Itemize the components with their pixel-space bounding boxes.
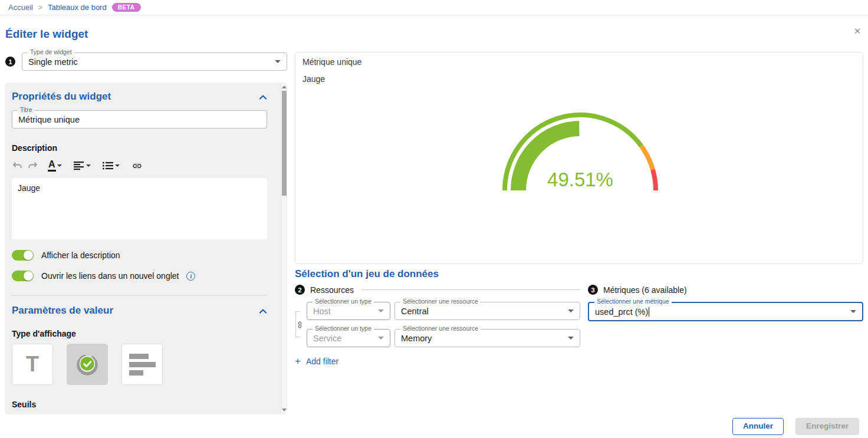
gauge-display-icon: [74, 351, 100, 377]
scrollbar[interactable]: [281, 84, 287, 413]
dialog-footer: Annuler Enregistrer: [732, 418, 859, 435]
bar-display-icon: [129, 351, 156, 378]
metric-input-value: used_prct (%): [595, 307, 648, 317]
description-label: Description: [12, 143, 267, 153]
info-icon[interactable]: i: [186, 272, 195, 281]
divider: [12, 295, 267, 296]
save-button[interactable]: Enregistrer: [795, 418, 859, 435]
link-icon[interactable]: [131, 161, 143, 171]
dataset-title: Sélection d'un jeu de données: [295, 268, 863, 280]
breadcrumb-home-link[interactable]: Accueil: [8, 3, 33, 12]
widget-type-select[interactable]: Type de widget Single metric: [22, 52, 287, 71]
display-type-label: Type d'affichage: [12, 329, 267, 338]
widget-type-label: Type de widget: [28, 49, 74, 56]
widget-properties-panel: Propriétés du widget Titre Métrique uniq…: [5, 83, 287, 414]
beta-badge: BETA: [112, 3, 141, 12]
title-field-value: Métrique unique: [18, 115, 261, 124]
show-description-toggle[interactable]: [12, 250, 34, 261]
collapse-chevron-icon[interactable]: [259, 94, 267, 100]
close-icon[interactable]: ✕: [851, 25, 864, 38]
show-description-toggle-label: Afficher la description: [41, 251, 120, 260]
step-2-badge: 2: [295, 285, 305, 295]
plus-icon: +: [295, 356, 301, 366]
breadcrumb-separator: >: [38, 4, 42, 12]
page-title: Éditer le widget: [5, 28, 88, 41]
breadcrumb: Accueil > Tableaux de bord BETA: [0, 0, 868, 15]
breadcrumb-current-link[interactable]: Tableaux de bord: [48, 3, 107, 12]
text-display-icon: T: [26, 354, 39, 375]
value-settings-section-title: Paramètres de valeur: [12, 305, 113, 317]
dataset-section: Sélection d'un jeu de données 2 Ressourc…: [295, 268, 863, 366]
text-cursor: [649, 307, 649, 317]
gauge-value: 49.51%: [547, 169, 613, 190]
preview-title: Métrique unique: [303, 57, 856, 67]
preview-description: Jauge: [303, 74, 856, 84]
scroll-up-icon[interactable]: [282, 85, 287, 88]
resource-type-select[interactable]: Sélectionner un type Host: [307, 302, 390, 320]
chevron-down-icon: [115, 164, 120, 167]
resource-select[interactable]: Sélectionner une ressource Central: [394, 302, 580, 320]
richtext-toolbar: A: [12, 159, 267, 172]
open-links-toggle-label: Ouvrir les liens dans un nouvel onglet: [41, 271, 179, 281]
resources-label: Ressources: [310, 285, 354, 295]
open-links-toggle[interactable]: [12, 271, 34, 281]
text-color-icon[interactable]: A: [48, 160, 62, 172]
undo-icon[interactable]: [12, 160, 23, 171]
collapse-chevron-icon[interactable]: [259, 308, 267, 314]
display-option-gauge[interactable]: [67, 344, 108, 385]
cancel-button[interactable]: Annuler: [732, 418, 784, 435]
scroll-down-icon[interactable]: [282, 409, 287, 411]
chevron-down-icon: [275, 60, 281, 63]
display-option-bar[interactable]: [121, 344, 163, 385]
metric-select-input[interactable]: Sélectionner une métrique used_prct (%): [588, 302, 863, 321]
display-type-options: T: [12, 344, 267, 385]
resource-row: Sélectionner un type Service Sélectionne…: [307, 329, 580, 347]
title-field[interactable]: Titre Métrique unique: [12, 110, 267, 129]
metrics-label: Métriques (6 available): [603, 285, 687, 295]
chevron-down-icon: [850, 310, 856, 313]
widget-preview: Métrique unique Jauge 49.51%: [295, 52, 863, 264]
chevron-down-icon: [568, 337, 574, 340]
chain-link-icon: [296, 320, 304, 330]
align-icon[interactable]: [73, 161, 91, 170]
list-icon[interactable]: [102, 161, 120, 170]
resource-select[interactable]: Sélectionner une ressource Memory: [394, 329, 580, 347]
description-textarea[interactable]: Jauge: [12, 178, 267, 239]
step-1-badge: 1: [5, 57, 15, 67]
widget-type-value: Single metric: [28, 57, 270, 67]
chevron-down-icon: [57, 164, 62, 167]
properties-section-title: Propriétés du widget: [12, 91, 111, 103]
scrollbar-thumb[interactable]: [282, 91, 287, 196]
step-3-badge: 3: [588, 285, 598, 295]
chevron-down-icon: [568, 309, 574, 312]
thresholds-label: Seuils: [12, 400, 267, 409]
display-option-text[interactable]: T: [12, 344, 53, 385]
resource-row: Sélectionner un type Host Sélectionner u…: [307, 302, 580, 320]
chevron-down-icon: [378, 309, 384, 312]
resources-column: 2 Ressources Sélectionner un type Host S: [295, 285, 580, 366]
gauge-chart: 49.51%: [498, 108, 663, 196]
chevron-down-icon: [86, 164, 91, 167]
widget-type-row: 1 Type de widget Single metric: [5, 52, 287, 71]
chevron-down-icon: [378, 337, 384, 340]
resource-type-select[interactable]: Sélectionner un type Service: [307, 329, 390, 347]
add-filter-button[interactable]: + Add filter: [295, 356, 580, 366]
metrics-column: 3 Métriques (6 available) Sélectionner u…: [588, 285, 863, 366]
redo-icon[interactable]: [27, 160, 38, 171]
divider: [361, 289, 580, 290]
title-field-label: Titre: [18, 107, 35, 114]
